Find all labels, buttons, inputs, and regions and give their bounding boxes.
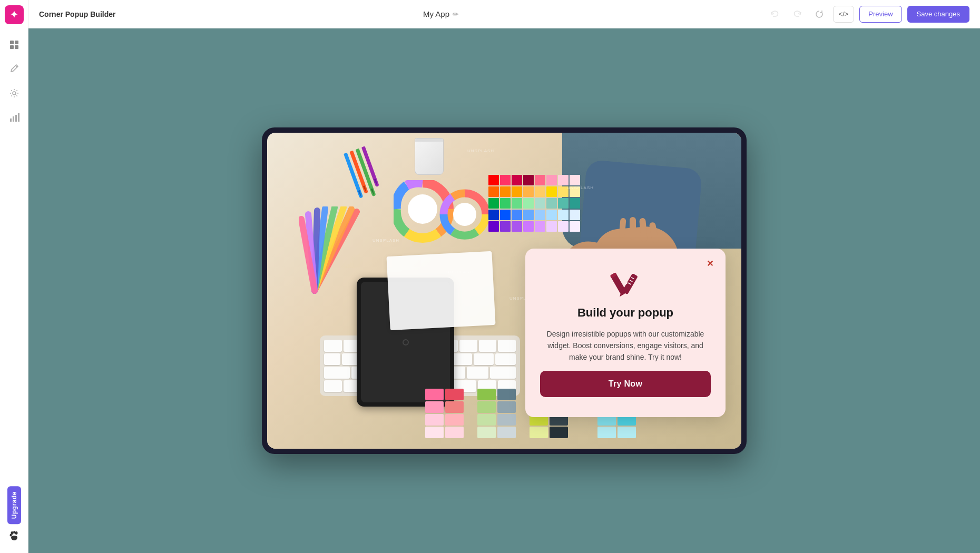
svg-point-12 (15, 531, 17, 535)
edit-app-name-icon[interactable]: ✏ (453, 10, 459, 18)
popup-cta-button[interactable]: Try Now (540, 371, 711, 397)
sidebar-bottom: Upgrade (7, 486, 21, 545)
svg-rect-28 (512, 175, 522, 185)
svg-rect-27 (500, 175, 511, 185)
undo-button[interactable] (767, 6, 783, 23)
code-icon: </> (839, 10, 849, 18)
svg-point-13 (9, 534, 12, 537)
svg-rect-51 (500, 210, 511, 220)
svg-rect-49 (570, 198, 580, 209)
sidebar-item-dashboard[interactable] (4, 34, 25, 55)
svg-point-23 (408, 194, 437, 224)
svg-point-5 (13, 92, 16, 95)
svg-rect-56 (558, 210, 569, 220)
svg-rect-26 (488, 175, 499, 185)
svg-rect-38 (535, 186, 545, 197)
svg-rect-44 (512, 198, 522, 209)
svg-rect-33 (570, 175, 580, 185)
svg-rect-43 (500, 198, 511, 209)
device-frame: Unsplash Unsplash Unsplash Unsplash Unsp… (262, 127, 747, 454)
svg-rect-53 (523, 210, 534, 220)
svg-rect-6 (10, 118, 12, 122)
code-button[interactable]: </> (833, 6, 855, 23)
header: Corner Popup Builder My App ✏ </> (28, 0, 980, 28)
svg-rect-58 (488, 221, 499, 232)
svg-rect-37 (523, 186, 534, 197)
svg-rect-3 (15, 45, 18, 49)
popup-description: Design irresistible popups with our cust… (546, 328, 704, 363)
header-actions: </> Preview Save changes (767, 6, 969, 23)
svg-rect-39 (546, 186, 557, 197)
svg-rect-50 (488, 210, 499, 220)
sidebar-item-settings[interactable] (4, 83, 25, 104)
watermark-3: Unsplash (373, 238, 399, 243)
svg-rect-8 (15, 115, 17, 122)
svg-point-73 (623, 280, 628, 284)
svg-rect-34 (488, 186, 499, 197)
main-canvas: Unsplash Unsplash Unsplash Unsplash Unsp… (28, 28, 980, 553)
svg-rect-57 (570, 210, 580, 220)
popup-title: Build your popup (577, 305, 673, 321)
app-title: Corner Popup Builder (39, 10, 115, 18)
svg-rect-9 (18, 113, 19, 122)
svg-rect-32 (558, 175, 569, 185)
popup-card: ✕ (525, 249, 726, 417)
svg-rect-45 (523, 198, 534, 209)
popup-design-icon (609, 264, 642, 298)
header-center: My App ✏ (423, 9, 459, 18)
svg-rect-31 (546, 175, 557, 185)
svg-rect-64 (558, 221, 569, 232)
sidebar: ✦ Upgrade (0, 0, 28, 553)
svg-rect-47 (546, 198, 557, 209)
app-logo[interactable]: ✦ (5, 5, 24, 24)
popup-cta-label: Try Now (609, 379, 642, 388)
svg-rect-30 (535, 175, 545, 185)
svg-point-11 (13, 531, 15, 534)
svg-rect-42 (488, 198, 499, 209)
svg-rect-62 (535, 221, 545, 232)
popup-close-button[interactable]: ✕ (702, 256, 717, 271)
save-label: Save changes (917, 10, 960, 18)
watermark-4: Unsplash (446, 270, 473, 274)
svg-rect-52 (512, 210, 522, 220)
svg-rect-65 (570, 221, 580, 232)
preview-label: Preview (868, 10, 893, 18)
watermark-1: Unsplash (467, 149, 494, 153)
svg-rect-46 (535, 198, 545, 209)
svg-rect-63 (546, 221, 557, 232)
svg-rect-54 (535, 210, 545, 220)
svg-rect-36 (512, 186, 522, 197)
svg-rect-29 (523, 175, 534, 185)
svg-rect-60 (512, 221, 522, 232)
save-changes-button[interactable]: Save changes (907, 6, 969, 23)
logo-icon: ✦ (10, 9, 18, 21)
paw-icon (8, 530, 20, 545)
svg-rect-55 (546, 210, 557, 220)
svg-rect-59 (500, 221, 511, 232)
app-name-label: My App (423, 9, 449, 18)
svg-rect-7 (13, 116, 14, 122)
svg-rect-2 (10, 45, 14, 49)
restore-button[interactable] (811, 6, 828, 23)
sidebar-item-tools[interactable] (4, 58, 25, 80)
preview-button[interactable]: Preview (859, 6, 901, 23)
svg-rect-35 (500, 186, 511, 197)
sidebar-item-analytics[interactable] (4, 107, 25, 128)
watermark-2: Unsplash (567, 185, 594, 190)
redo-button[interactable] (789, 6, 806, 23)
upgrade-button[interactable]: Upgrade (7, 486, 21, 524)
svg-rect-61 (523, 221, 534, 232)
svg-rect-0 (10, 41, 14, 44)
svg-point-25 (453, 203, 476, 226)
svg-rect-1 (15, 41, 18, 44)
device-screen: Unsplash Unsplash Unsplash Unsplash Unsp… (267, 133, 741, 449)
svg-rect-48 (558, 198, 569, 209)
